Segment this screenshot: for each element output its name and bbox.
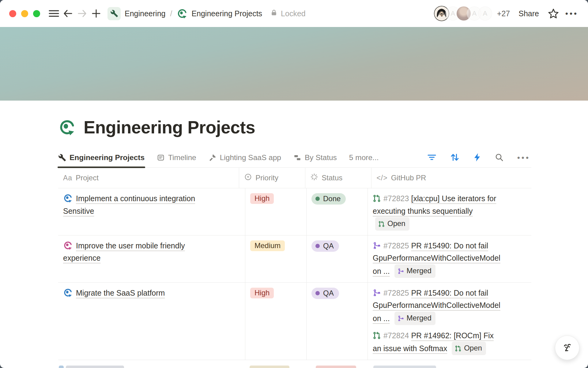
pr-entry: #72824PR #14962: [ROCm] Fix an issue wit… (373, 329, 496, 355)
new-tab-button[interactable] (89, 6, 103, 21)
more-actions-button[interactable]: ••• (565, 6, 579, 21)
breadcrumb-separator: / (170, 9, 172, 18)
project-link[interactable]: Improve the user mobile friendly experie… (63, 241, 185, 263)
close-window-button[interactable] (9, 10, 16, 17)
tab-lighting-saas-app[interactable]: Lighting SaaS app (209, 148, 281, 167)
sort-arrows-icon (450, 153, 459, 163)
git-pull-request-icon (373, 194, 381, 203)
priority-badge[interactable]: High (250, 288, 274, 298)
sidebar-menu-button[interactable] (47, 6, 61, 21)
favorite-button[interactable] (546, 6, 560, 21)
status-cell[interactable]: QA (306, 283, 368, 360)
git-merge-icon (373, 241, 381, 250)
project-link[interactable]: Migrate the SaaS platform (76, 289, 165, 297)
arrow-right-icon (77, 9, 87, 18)
share-button[interactable]: Share (515, 7, 542, 21)
column-header-status[interactable]: Status (305, 168, 371, 188)
status-badge[interactable]: Done (311, 193, 346, 205)
status-label: QA (323, 242, 334, 250)
clipped-row-project (66, 366, 124, 368)
workspace-wrench-icon[interactable] (107, 7, 121, 20)
status-cell[interactable]: QA (306, 236, 368, 282)
window-toolbar: Engineering / Engineering Projects Locke… (0, 0, 588, 27)
column-label: GitHub PR (391, 174, 426, 182)
text-type-icon: Aa (63, 174, 72, 182)
toolbar-right: A A A +27 Share ••• (433, 5, 579, 22)
tab-label: Engineering Projects (70, 153, 145, 162)
presence-overflow-count[interactable]: +27 (497, 9, 510, 18)
tab-timeline[interactable]: Timeline (157, 148, 196, 167)
pr-number: #72823 (383, 194, 409, 203)
priority-cell[interactable]: Medium (245, 236, 306, 282)
status-dot-icon (315, 244, 320, 248)
status-badge[interactable]: QA (311, 240, 339, 252)
pr-entry: #72825PR #15490: Do not fail GpuPerforma… (373, 240, 496, 278)
automations-button[interactable] (472, 151, 482, 164)
board-icon (293, 154, 301, 162)
status-dot-icon (315, 291, 320, 295)
page-iteration-icon-large[interactable] (58, 119, 76, 136)
forward-button[interactable] (75, 6, 89, 21)
minimize-window-button[interactable] (21, 10, 28, 17)
tab-engineering-projects[interactable]: Engineering Projects (58, 148, 145, 167)
notion-ai-button[interactable] (555, 335, 579, 360)
breadcrumb-page[interactable]: Engineering Projects (191, 9, 262, 18)
sort-button[interactable] (449, 152, 461, 164)
project-link[interactable]: Implement a continuous integration Sensi… (63, 194, 195, 215)
column-header-priority[interactable]: Priority (239, 168, 305, 188)
avatar[interactable]: A (477, 6, 493, 21)
search-icon (495, 153, 503, 163)
project-cell: Improve the user mobile friendly experie… (58, 236, 245, 282)
column-header-project[interactable]: Aa Project (58, 168, 239, 188)
search-button[interactable] (494, 152, 505, 164)
status-badge[interactable]: QA (311, 288, 339, 299)
view-toolbar: ••• (426, 151, 531, 164)
back-button[interactable] (61, 6, 75, 21)
git-merge-icon (373, 289, 381, 297)
lightning-icon (473, 153, 481, 163)
pr-number: #72825 (383, 289, 409, 297)
iteration-icon (63, 289, 76, 297)
clipped-row-priority-badge (250, 366, 289, 368)
table-row: Improve the user mobile friendly experie… (58, 236, 531, 283)
clipped-row-status-badge (316, 366, 356, 368)
status-cell[interactable]: Done (306, 188, 368, 235)
tab-by-status[interactable]: By Status (293, 148, 337, 167)
view-options-button[interactable]: ••• (516, 152, 531, 164)
pr-state-badge[interactable]: Merged (394, 264, 435, 278)
zoom-window-button[interactable] (33, 10, 40, 17)
tab-more-views[interactable]: 5 more... (349, 148, 379, 167)
git-pull-request-icon (373, 331, 381, 340)
column-header-github-pr[interactable]: </> GitHub PR (371, 168, 531, 188)
ellipsis-icon: ••• (517, 153, 530, 163)
priority-cell[interactable]: High (245, 283, 306, 360)
page-content: Engineering Projects Engineering Project… (58, 117, 531, 360)
pr-number: #72824 (383, 331, 409, 340)
ai-face-icon (560, 340, 574, 355)
tab-label: By Status (305, 153, 337, 162)
filter-icon (427, 153, 436, 162)
page-cover-image[interactable] (0, 27, 588, 101)
presence-avatars: A A A (433, 5, 493, 22)
locked-indicator[interactable]: Locked (270, 9, 306, 18)
column-label: Project (76, 174, 99, 182)
notion-window: Engineering / Engineering Projects Locke… (0, 0, 588, 368)
table-row: Implement a continuous integration Sensi… (58, 188, 531, 236)
tab-label: Timeline (168, 153, 196, 162)
tab-label: 5 more... (349, 153, 379, 162)
filter-button[interactable] (426, 152, 438, 163)
priority-badge[interactable]: Medium (250, 240, 285, 251)
avatar-letter: A (451, 10, 455, 17)
priority-cell[interactable]: High (245, 188, 306, 235)
pr-state-badge[interactable]: Open (452, 342, 486, 355)
iteration-icon (63, 241, 76, 250)
pr-state-badge[interactable]: Merged (394, 312, 435, 325)
pr-state-label: Merged (407, 312, 432, 324)
page-title[interactable]: Engineering Projects (84, 117, 255, 137)
lock-icon (270, 9, 278, 18)
breadcrumb-workspace[interactable]: Engineering (125, 9, 165, 18)
github-pr-cell: #72825PR #15490: Do not fail GpuPerforma… (368, 236, 531, 282)
priority-badge[interactable]: High (250, 193, 274, 204)
git-pull-request-icon (455, 342, 461, 354)
pr-state-badge[interactable]: Open (375, 217, 409, 231)
